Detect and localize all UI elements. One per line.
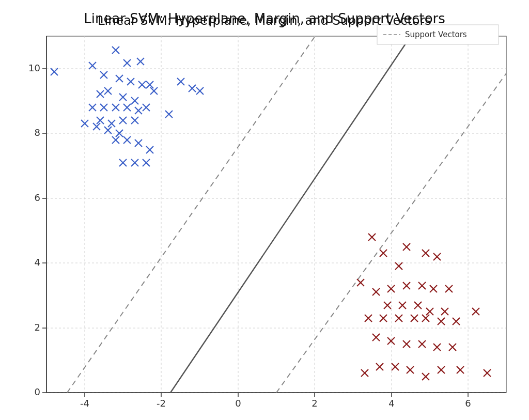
y-tick-label: 0 [35,386,40,397]
y-tick-label: 8 [35,127,40,138]
x-tick-label: 4 [388,398,394,409]
y-tick-label: 4 [35,257,40,268]
x-tick-label: 2 [312,398,317,409]
y-tick-label: 6 [35,192,40,203]
x-tick-label: 6 [465,398,471,409]
x-tick-label: 0 [235,398,241,409]
x-tick-label: -4 [80,398,89,409]
y-tick-label: 2 [35,322,40,333]
y-tick-label: 10 [28,63,40,73]
chart-title-text: Linear SVM: Hyperplane, Margin, and Supp… [98,13,431,28]
chart-container: Linear SVM: Hyperplane, Margin, and Supp… [0,0,529,420]
svg-rect-1 [46,36,506,393]
x-tick-label: -2 [157,398,166,409]
legend-label: Support Vectors [405,30,467,39]
